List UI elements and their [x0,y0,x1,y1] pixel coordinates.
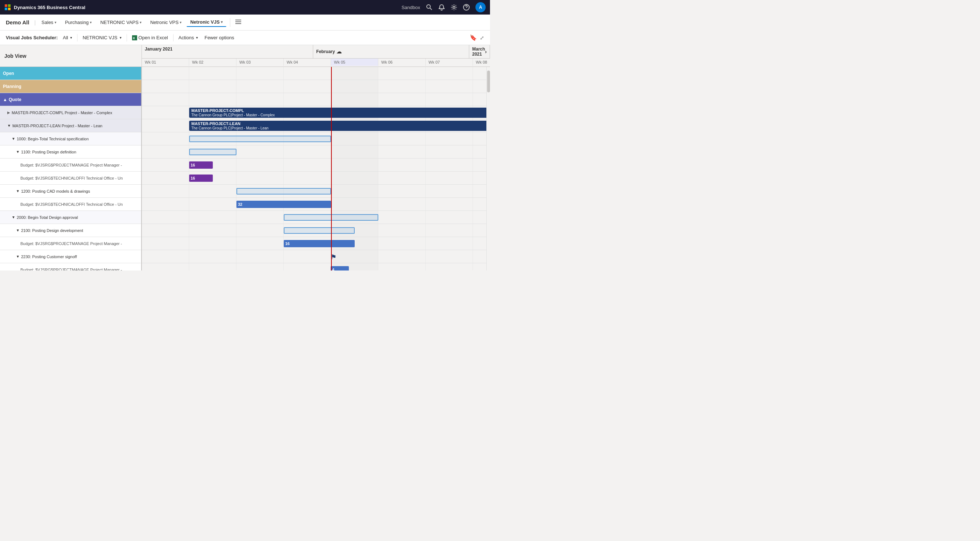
nav-home[interactable]: Demo All [6,19,32,25]
top-bar-right: Sandbox A [402,2,486,13]
filter-netronic-vjs-button[interactable]: NETRONIC VJS [80,33,124,42]
month-jan: January 2021 [142,45,313,58]
cloud-icon: ☁ [336,49,342,54]
gantt-container: Job View January 2021 February ☁ March 2… [0,45,490,271]
scrollbar-thumb[interactable] [487,71,490,92]
toolbar: Visual Jobs Scheduler: All NETRONIC VJS … [0,30,490,45]
svg-rect-1 [8,4,11,7]
row-label-planning[interactable]: Planning [0,80,141,93]
grid-row-budget-pm3: 4 [142,263,486,271]
chevron-down-icon: ▾ [54,21,56,24]
grid-row-budget-to2: 32 [142,198,486,211]
fewer-options-button[interactable]: Fewer options [202,33,237,42]
nav-item-netronic-vjs[interactable]: Netronic VJS ▾ [187,18,226,27]
chevron-right-icon[interactable]: › [485,49,487,54]
toolbar-separator [77,34,78,41]
search-icon[interactable] [426,4,433,11]
week-wk06: Wk 06 [378,59,426,66]
bar-1000[interactable] [189,136,331,142]
svg-rect-10 [235,23,241,24]
expand-down-icon: ▼ [12,215,15,219]
grid-row-quote [142,93,486,106]
row-label-master-lean[interactable]: ▼ MASTER-PROJECT-LEAN Project - Master -… [0,119,141,132]
bar-1100[interactable] [189,149,237,155]
row-label-budget-pm[interactable]: Budget: $VJSRG$PROJECTMANAGE Project Man… [0,159,141,171]
bar-budget-pm[interactable]: 16 [189,162,213,169]
svg-point-4 [427,5,430,8]
app-title: Dynamics 365 Business Central [14,5,86,10]
bar-1200[interactable] [237,188,331,195]
grid-row-task-1000 [142,132,486,146]
top-bar: Dynamics 365 Business Central Sandbox A [0,0,490,14]
nav-item-sales[interactable]: Sales ▾ [38,18,60,27]
expand-down-icon: ▼ [12,137,15,141]
bar-budget-pm3[interactable]: 4 [331,266,349,271]
bar-2100[interactable] [284,227,355,234]
secondary-nav: Demo All | Sales ▾ Purchasing ▾ NETRONIC… [0,14,490,30]
week-wk07: Wk 07 [426,59,473,66]
row-label-budget-pm3[interactable]: Budget: $VJSRG$PROJECTMANAGE Project Man… [0,263,141,271]
row-label-budget-pm2[interactable]: Budget: $VJSRG$PROJECTMANAGE Project Man… [0,237,141,250]
bar-master-lean[interactable]: MASTER-PROJECT-LEAN The Cannon Group PLC… [189,121,486,131]
sandbox-label: Sandbox [402,5,420,10]
avatar[interactable]: A [476,2,486,13]
month-feb: February ☁ [313,45,469,58]
grid-row-master-compl: MASTER-PROJECT-COMPL The Cannon Group PL… [142,106,486,119]
nav-item-purchasing[interactable]: Purchasing ▾ [62,18,95,27]
row-label-task-1100[interactable]: ▼ 1100: Posting Design definition [0,146,141,159]
chevron-down-icon: ▾ [221,20,223,24]
today-line [331,67,332,271]
bar-budget-to2[interactable]: 32 [237,201,331,208]
triangle-down-icon: ▲ [3,97,7,102]
grid-row-task-1200 [142,185,486,198]
help-icon[interactable] [463,4,469,11]
top-bar-left: Dynamics 365 Business Central [4,4,86,11]
grid-row-budget-pm2: 16 [142,237,486,250]
row-label-quote[interactable]: ▲ Quote [0,93,141,106]
filter-all-button[interactable]: All [60,33,75,42]
week-wk01: Wk 01 [142,59,189,66]
row-label-task-2230[interactable]: ▼ 2230: Posting Customer signoff [0,250,141,263]
svg-rect-8 [235,20,241,21]
month-headers-row: January 2021 February ☁ March 2021 › [142,45,490,59]
bar-budget-to[interactable]: 16 [189,175,213,182]
main-content: Job View January 2021 February ☁ March 2… [0,45,490,271]
gantt-header: Job View January 2021 February ☁ March 2… [0,45,490,67]
gantt-body[interactable]: Open Planning ▲ Quote ▶ MASTER-PROJECT-C… [0,67,490,271]
nav-item-netronic-vps[interactable]: Netronic VPS ▾ [146,18,185,27]
expand-down-icon: ▼ [16,189,20,193]
expand-down-icon: ▼ [7,124,11,128]
row-label-task-2100[interactable]: ▼ 2100: Posting Design development [0,224,141,237]
hamburger-button[interactable] [234,17,243,27]
timeline-grid: MASTER-PROJECT-COMPL The Cannon Group PL… [142,67,486,271]
right-scrollbar[interactable] [486,67,490,271]
week-wk04: Wk 04 [284,59,331,66]
grid-row-budget-pm: 16 [142,159,486,171]
bar-budget-pm2[interactable]: 16 [284,240,355,247]
bar-master-compl[interactable]: MASTER-PROJECT-COMPL The Cannon Group PL… [189,108,486,118]
svg-text:X: X [133,36,135,40]
bell-icon[interactable] [438,4,445,11]
grid-row-budget-to: 16 [142,171,486,185]
gantt-labels: Open Planning ▲ Quote ▶ MASTER-PROJECT-C… [0,67,142,271]
row-label-task-1200[interactable]: ▼ 1200: Posting CAD models & drawings [0,185,141,198]
row-label-budget-to2[interactable]: Budget: $VJSRG$TECHNICALOFFI Technical O… [0,198,141,211]
settings-icon[interactable] [451,4,457,11]
toolbar-separator-2 [127,34,127,41]
svg-rect-3 [8,8,11,10]
expand-icon[interactable]: ⤢ [480,35,484,41]
open-in-excel-button[interactable]: X Open in Excel [129,33,171,42]
expand-right-icon: ▶ [7,111,10,114]
bookmark-icon[interactable]: 🔖 [469,34,477,41]
actions-button[interactable]: Actions [176,33,201,42]
row-label-task-1000[interactable]: ▼ 1000: Begin-Total Technical specificat… [0,132,141,146]
row-label-task-2000[interactable]: ▼ 2000: Begin-Total Design approval [0,211,141,224]
row-label-master-compl[interactable]: ▶ MASTER-PROJECT-COMPL Project - Master … [0,106,141,119]
row-label-budget-to[interactable]: Budget: $VJSRG$TECHNICALOFFI Technical O… [0,171,141,185]
week-wk02: Wk 02 [189,59,237,66]
row-label-open[interactable]: Open [0,67,141,80]
nav-item-netronic-vaps[interactable]: NETRONIC VAPS ▾ [97,18,145,27]
grid-row-task-1100 [142,146,486,159]
ms-logo-icon [4,4,11,11]
grid-row-task-2000 [142,211,486,224]
